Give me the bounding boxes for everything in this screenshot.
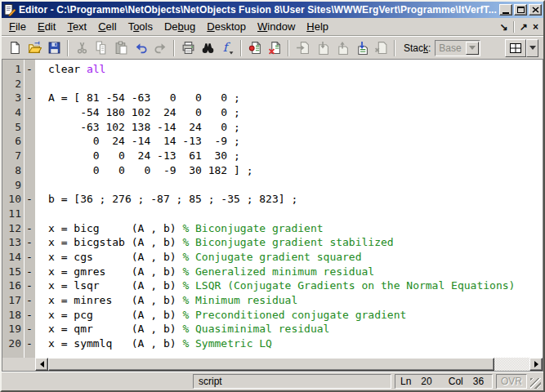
breakpoint-dash[interactable]: -: [24, 336, 35, 351]
maximize-icon: [517, 7, 525, 13]
maximize-button[interactable]: [514, 4, 527, 16]
horizontal-scrollbar[interactable]: [35, 358, 543, 371]
find-button[interactable]: [198, 39, 217, 57]
code-line-1[interactable]: 1-clear all: [2, 62, 543, 77]
close-document-icon[interactable]: ×: [533, 22, 538, 32]
breakpoint-dash[interactable]: -: [24, 62, 35, 77]
breakpoint-dash[interactable]: [24, 163, 35, 178]
code-line-12[interactable]: 12-x = bicg (A , b) % Biconjugate gradie…: [2, 221, 543, 236]
breakpoint-dash[interactable]: [24, 105, 35, 120]
breakpoint-dash[interactable]: -: [24, 293, 35, 308]
step-button: [293, 39, 312, 57]
code-line-17[interactable]: 17-x = minres (A , b) % Minimum residual: [2, 293, 543, 308]
combo-dropdown-button[interactable]: [466, 42, 479, 55]
breakpoint-dash[interactable]: -: [24, 91, 35, 105]
copy-button: [92, 39, 111, 57]
toolbar-separator: [67, 40, 69, 56]
menu-debug[interactable]: Debug: [159, 18, 201, 35]
continue-run-button[interactable]: [351, 39, 371, 57]
code-line-16[interactable]: 16-x = lsqr (A , b) % LSQR (Conjugate Gr…: [2, 278, 543, 293]
clear-all-breakpoints-icon: [268, 41, 282, 55]
code-line-6[interactable]: 6 0 24 -14 14 -13 -9 ;: [2, 134, 543, 149]
code-line-5[interactable]: 5 -63 102 138 -14 24 0 ;: [2, 120, 543, 135]
line-number: 17: [2, 293, 24, 308]
clear-all-breakpoints-button[interactable]: [265, 39, 284, 57]
line-number: 14: [2, 250, 24, 265]
tile-windows-dropdown-button[interactable]: [526, 39, 538, 57]
redo-button: [150, 39, 170, 57]
scroll-left-button[interactable]: [35, 358, 48, 371]
breakpoint-dash[interactable]: [24, 149, 35, 163]
editor-area[interactable]: 1-clear all23-A = [ 81 -54 -63 0 0 0 ;4 …: [2, 59, 543, 372]
breakpoint-dash[interactable]: [24, 207, 35, 221]
new-file-button[interactable]: [5, 39, 25, 57]
redo-icon: [154, 41, 168, 55]
step-out-button: [332, 39, 351, 57]
function-browser-button[interactable]: f: [217, 39, 237, 57]
menu-items: FileEditTextCellToolsDebugDesktopWindowH…: [3, 18, 334, 35]
line-number: 6: [2, 134, 24, 149]
code-line-13[interactable]: 13-x = bicgstab (A , b) % Biconjugate gr…: [2, 235, 543, 250]
code-line-18[interactable]: 18-x = pcg (A , b) % Preconditioned conj…: [2, 308, 543, 323]
resize-grip[interactable]: [530, 378, 541, 389]
code-text: x = qmr (A , b) % Quasiminimal residual: [35, 322, 329, 336]
menu-desktop[interactable]: Desktop: [201, 18, 252, 35]
set-clear-breakpoint-button[interactable]: [245, 39, 265, 57]
breakpoint-dash[interactable]: [24, 77, 35, 91]
breakpoint-dash[interactable]: [24, 120, 35, 135]
code-line-20[interactable]: 20-x = symmlq (A , b) % Symmetric LQ: [2, 336, 543, 351]
breakpoint-dash[interactable]: -: [24, 278, 35, 293]
save-file-button[interactable]: [44, 39, 64, 57]
stack-group: Stack: Base: [404, 40, 480, 56]
code-line-15[interactable]: 15-x = gmres (A , b) % Generalized minim…: [2, 265, 543, 279]
undo-button[interactable]: [131, 39, 150, 57]
undock-icon[interactable]: ↗: [520, 22, 528, 32]
layout-group: [505, 39, 538, 57]
code-line-8[interactable]: 8 0 0 0 -9 30 182 ] ;: [2, 163, 543, 178]
toolbar-separator: [288, 40, 289, 56]
breakpoint-dash[interactable]: -: [24, 322, 35, 336]
code-line-9[interactable]: 9: [2, 178, 543, 193]
code-lines[interactable]: 1-clear all23-A = [ 81 -54 -63 0 0 0 ;4 …: [2, 60, 543, 358]
line-number: 15: [2, 265, 24, 279]
menu-cell[interactable]: Cell: [92, 18, 122, 35]
menu-edit[interactable]: Edit: [32, 18, 61, 35]
scrollbar-thumb[interactable]: [48, 358, 494, 371]
breakpoint-dash[interactable]: -: [24, 308, 35, 323]
breakpoint-dash[interactable]: -: [24, 265, 35, 279]
menu-help[interactable]: Help: [301, 18, 334, 35]
breakpoint-dash[interactable]: -: [24, 250, 35, 265]
code-line-7[interactable]: 7 0 0 24 -13 61 30 ;: [2, 149, 543, 163]
menu-tools[interactable]: Tools: [123, 18, 159, 35]
separator: [513, 21, 515, 33]
breakpoint-dash[interactable]: -: [24, 235, 35, 250]
stack-combobox[interactable]: Base: [435, 40, 480, 56]
code-line-11[interactable]: 11: [2, 207, 543, 221]
breakpoint-dash[interactable]: -: [24, 221, 35, 236]
open-file-button[interactable]: [25, 39, 44, 57]
tile-windows-button[interactable]: [505, 39, 526, 57]
menu-window[interactable]: Window: [252, 18, 301, 35]
code-line-19[interactable]: 19-x = qmr (A , b) % Quasiminimal residu…: [2, 322, 543, 336]
code-line-3[interactable]: 3-A = [ 81 -54 -63 0 0 0 ;: [2, 91, 543, 105]
breakpoint-dash[interactable]: [24, 134, 35, 149]
line-number: 8: [2, 163, 24, 178]
dock-icon[interactable]: ↘: [500, 22, 508, 32]
minimize-button[interactable]: [499, 4, 512, 16]
code-line-2[interactable]: 2: [2, 77, 543, 91]
close-button[interactable]: [529, 4, 542, 16]
code-line-4[interactable]: 4 -54 180 102 24 0 0 ;: [2, 105, 543, 120]
scrollbar-track[interactable]: [494, 358, 529, 371]
code-text: x = bicgstab (A , b) % Biconjugate gradi…: [35, 235, 394, 250]
scroll-right-button[interactable]: [529, 358, 543, 371]
code-line-10[interactable]: 10-b = [36 ; 276 ; -87 ; 85 ; -35 ; 823]…: [2, 192, 543, 207]
chevron-down-icon: [469, 46, 476, 53]
code-line-14[interactable]: 14-x = cgs (A , b) % Conjugate gradient …: [2, 250, 543, 265]
breakpoint-dash[interactable]: [24, 178, 35, 193]
line-number: 13: [2, 235, 24, 250]
code-text: x = cgs (A , b) % Conjugate gradient squ…: [35, 250, 362, 265]
breakpoint-dash[interactable]: -: [24, 192, 35, 207]
menu-file[interactable]: File: [3, 18, 32, 35]
menu-text[interactable]: Text: [61, 18, 92, 35]
print-button[interactable]: [178, 39, 198, 57]
